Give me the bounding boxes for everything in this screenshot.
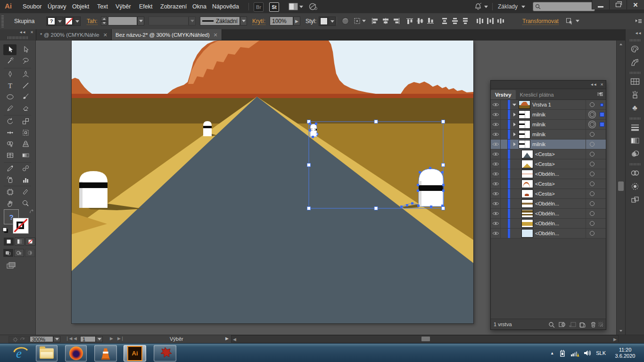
zoom-level-field[interactable]: 300% <box>30 336 53 342</box>
layer-row-main[interactable]: <Obdéln... <box>510 209 586 218</box>
layer-row[interactable]: <Obdéln... <box>491 199 606 209</box>
layer-lock-toggle[interactable] <box>501 159 508 169</box>
taskbar-red-app[interactable] <box>154 345 176 362</box>
close-panel-icon[interactable]: ✕ <box>600 82 603 87</box>
layer-row[interactable]: milnik <box>491 130 606 140</box>
layer-target-icon[interactable] <box>586 189 598 198</box>
graphic-style-button[interactable] <box>319 16 336 26</box>
layer-row[interactable]: <Obdéln... <box>491 219 606 229</box>
tab-close-icon[interactable]: ✕ <box>103 32 107 38</box>
layer-expand-toggle[interactable] <box>512 104 517 106</box>
none-button[interactable] <box>25 238 35 246</box>
small-milestone-band[interactable] <box>203 126 212 128</box>
close-button[interactable]: ✕ <box>627 0 644 9</box>
layer-lock-toggle[interactable] <box>501 209 508 218</box>
layer-target-icon[interactable] <box>586 140 598 149</box>
symbols-panel-icon[interactable]: ♣ <box>628 102 642 114</box>
scroll-left-icon[interactable]: ◀ <box>233 337 236 342</box>
tool-curvature[interactable] <box>19 69 32 80</box>
tool-slice[interactable] <box>19 187 32 197</box>
gradient-panel-icon[interactable] <box>628 135 642 146</box>
layer-lock-toggle[interactable] <box>501 130 508 139</box>
distribute-bottom-icon[interactable] <box>461 17 471 25</box>
transform-link[interactable]: Transformovat <box>522 18 559 25</box>
notifications-icon[interactable] <box>474 3 488 10</box>
tool-eraser[interactable] <box>19 103 32 114</box>
tool-paintbrush[interactable] <box>19 91 32 102</box>
tool-artboard[interactable] <box>3 187 17 197</box>
layer-row[interactable]: <Cesta> <box>491 149 606 159</box>
menu-soubor[interactable]: Soubor <box>21 3 43 10</box>
layer-target-icon[interactable] <box>586 179 598 189</box>
layer-lock-toggle[interactable] <box>501 179 508 189</box>
taskbar-vlc[interactable] <box>94 345 117 362</box>
layer-row-main[interactable]: <Obdéln... <box>510 199 586 208</box>
layer-row[interactable]: <Cesta> <box>491 189 606 199</box>
layer-target-icon[interactable] <box>586 120 598 129</box>
tool-type[interactable]: T <box>3 80 17 91</box>
search-input[interactable] <box>543 3 593 10</box>
layer-visibility-toggle[interactable] <box>491 120 501 129</box>
distribute-hcenter-icon[interactable] <box>486 17 495 25</box>
layer-target-icon[interactable] <box>586 149 598 159</box>
artboard-number-field[interactable]: 1 <box>80 336 96 342</box>
stroke-weight-dropdown[interactable] <box>137 16 144 25</box>
selected-small-object[interactable] <box>309 123 318 138</box>
layer-visibility-toggle[interactable] <box>491 219 501 228</box>
cs-live-icon[interactable] <box>308 3 319 11</box>
status-expand-icon[interactable]: ▶ <box>225 336 229 342</box>
left-milestone-band[interactable] <box>79 182 107 188</box>
panel-grip[interactable] <box>8 36 28 39</box>
layer-row-main[interactable]: milnik <box>510 120 586 129</box>
tool-column-graph[interactable] <box>19 174 32 185</box>
layer-expand-toggle[interactable] <box>512 113 517 116</box>
layer-visibility-toggle[interactable] <box>491 199 501 208</box>
color-panel-icon[interactable] <box>628 43 642 55</box>
menu-upravy[interactable]: Úpravy <box>46 3 68 10</box>
layer-row-main[interactable]: <Cesta> <box>510 189 586 198</box>
tool-free-transform[interactable] <box>19 127 32 138</box>
left-milestone-shape[interactable] <box>79 171 107 208</box>
stroke-weight-field[interactable] <box>108 16 137 25</box>
minimize-button[interactable] <box>592 0 609 9</box>
layer-visibility-toggle[interactable] <box>491 229 501 238</box>
tool-hand[interactable] <box>3 198 17 209</box>
layer-visibility-toggle[interactable] <box>491 140 501 149</box>
swap-fill-stroke-icon[interactable] <box>29 209 35 215</box>
layer-lock-toggle[interactable] <box>501 169 508 179</box>
layer-row-main[interactable]: milnik <box>510 110 586 119</box>
layer-target-icon[interactable] <box>586 100 598 109</box>
layer-lock-toggle[interactable] <box>501 140 508 149</box>
artboard-dropdown[interactable] <box>96 336 103 342</box>
gradient-button[interactable] <box>15 238 25 246</box>
tool-line-segment[interactable] <box>19 80 32 91</box>
layer-row[interactable]: <Cesta> <box>491 179 606 189</box>
brush-dropdown[interactable] <box>240 16 247 25</box>
layer-target-icon[interactable] <box>586 130 598 139</box>
layer-row[interactable]: milnik <box>491 110 606 120</box>
stroke-weight-label[interactable]: Tah: <box>87 18 98 25</box>
layer-target-icon[interactable] <box>586 209 598 218</box>
search-field[interactable] <box>533 2 595 11</box>
tool-eyedropper[interactable] <box>3 163 17 174</box>
layer-visibility-toggle[interactable] <box>491 100 501 109</box>
tool-symbol-sprayer[interactable] <box>3 174 17 185</box>
tab-artboards[interactable]: Kreslicí plátna <box>516 90 558 99</box>
layer-expand-toggle[interactable] <box>512 132 517 136</box>
layer-target-icon[interactable] <box>586 110 598 119</box>
opacity-field[interactable]: 100% <box>270 16 293 25</box>
stroke-panel-icon[interactable] <box>628 122 642 133</box>
panel-resize-grip[interactable] <box>598 322 603 327</box>
layer-target-icon[interactable] <box>586 219 598 228</box>
layer-row[interactable]: <Cesta> <box>491 159 606 169</box>
appearance-panel-icon[interactable] <box>628 181 642 192</box>
layer-row[interactable]: milnik <box>491 140 606 149</box>
layer-visibility-toggle[interactable] <box>491 169 501 179</box>
volume-icon[interactable] <box>584 349 592 357</box>
draw-normal-button[interactable] <box>3 249 13 257</box>
tool-direct-selection[interactable] <box>19 44 32 55</box>
tool-gradient[interactable] <box>19 150 32 161</box>
layer-lock-toggle[interactable] <box>501 100 508 109</box>
first-artboard-icon[interactable]: ❘◀ <box>66 336 72 342</box>
isolate-selected-button[interactable] <box>565 17 580 25</box>
